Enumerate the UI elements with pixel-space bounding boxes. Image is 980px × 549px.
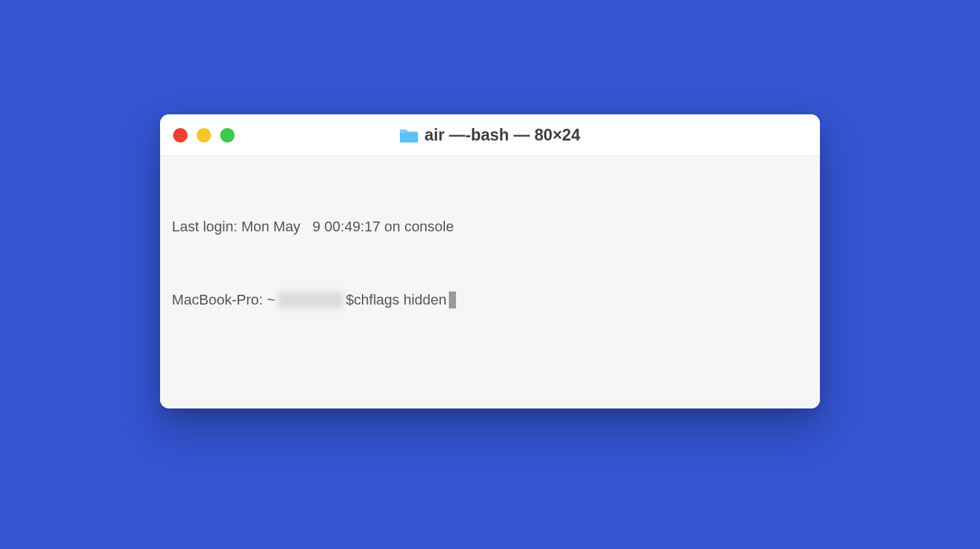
command-text: chflags hidden — [354, 288, 447, 312]
folder-icon — [400, 128, 418, 142]
cursor-icon — [449, 291, 456, 308]
prompt-line: MacBook-Pro: ~ $ chflags hidden — [172, 288, 808, 312]
blurred-username — [278, 291, 343, 308]
terminal-body[interactable]: Last login: Mon May 9 00:49:17 on consol… — [160, 156, 820, 408]
terminal-window: air —-bash — 80×24 Last login: Mon May 9… — [160, 114, 820, 408]
prompt-symbol: $ — [346, 288, 353, 312]
last-login-line: Last login: Mon May 9 00:49:17 on consol… — [172, 214, 808, 239]
title-bar[interactable]: air —-bash — 80×24 — [160, 114, 820, 156]
window-title: air —-bash — 80×24 — [425, 125, 580, 144]
prompt-host: MacBook-Pro: ~ — [172, 288, 275, 312]
traffic-lights — [173, 128, 235, 142]
close-button[interactable] — [173, 128, 188, 142]
minimize-button[interactable] — [197, 128, 211, 142]
maximize-button[interactable] — [220, 128, 235, 142]
window-title-group: air —-bash — 80×24 — [400, 125, 580, 144]
